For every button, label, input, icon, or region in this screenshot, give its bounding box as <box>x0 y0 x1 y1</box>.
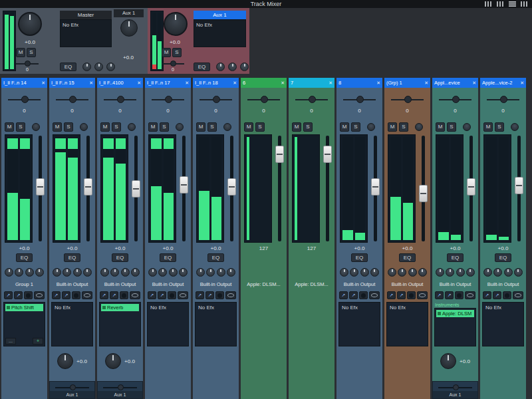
close-icon[interactable]: ✕ <box>137 80 141 86</box>
send-mono-button[interactable] <box>503 291 511 299</box>
knob[interactable] <box>35 268 44 277</box>
send-route-button[interactable]: ↗ <box>387 291 396 299</box>
send-route-button[interactable]: ↗ <box>100 291 108 299</box>
aux-send-knob[interactable] <box>57 353 73 369</box>
knob[interactable] <box>446 268 454 277</box>
master-efx-slot[interactable]: No Efx <box>60 19 112 47</box>
aux-volume-knob[interactable] <box>164 12 188 36</box>
aux-slider-knob[interactable] <box>70 384 76 390</box>
strip-header[interactable]: I_Il F..n 18 ✕ <box>193 78 239 88</box>
menu-icon[interactable] <box>509 1 516 7</box>
record-button[interactable] <box>463 123 471 131</box>
knob[interactable] <box>100 268 109 277</box>
knob[interactable] <box>25 268 34 277</box>
close-icon[interactable]: ✕ <box>329 80 332 86</box>
knob[interactable] <box>408 268 417 277</box>
knob[interactable] <box>53 268 61 277</box>
eq-button[interactable]: EQ <box>399 253 416 262</box>
output-label[interactable]: Built-in Output <box>384 280 430 289</box>
send-stereo-button[interactable] <box>465 291 475 299</box>
output-label[interactable]: Apple: DLSM... <box>241 280 287 289</box>
eq-button[interactable]: EQ <box>112 253 128 262</box>
send-mono-button[interactable] <box>407 291 416 299</box>
send-route-button[interactable]: ↗ <box>148 291 156 299</box>
mute-button[interactable]: M <box>292 122 301 132</box>
close-icon[interactable]: ✕ <box>41 80 45 86</box>
fader-handle[interactable] <box>515 177 523 194</box>
output-label[interactable]: Built-in Output <box>145 280 191 289</box>
efx-active-label[interactable]: Pitch Shift <box>5 304 43 311</box>
pan-knob[interactable] <box>117 96 124 103</box>
knob[interactable] <box>106 63 115 71</box>
record-button[interactable] <box>367 123 375 131</box>
knob[interactable] <box>514 268 523 277</box>
send-route-button[interactable]: ↗ <box>52 291 61 299</box>
mute-button[interactable]: M <box>53 122 62 132</box>
send-route-button-2[interactable]: ↗ <box>397 291 406 299</box>
record-button[interactable] <box>511 123 519 131</box>
knob[interactable] <box>131 268 140 277</box>
knob[interactable] <box>73 268 82 277</box>
send-stereo-button[interactable] <box>225 291 236 299</box>
knob[interactable] <box>483 268 492 277</box>
strip-header[interactable]: I_Il F..n 14 ✕ <box>1 78 47 88</box>
mute-button[interactable]: M <box>162 48 171 57</box>
master-volume-knob[interactable] <box>18 12 42 36</box>
narrow-strips-icon[interactable] <box>485 1 492 7</box>
send-stereo-button[interactable] <box>417 291 428 299</box>
solo-button[interactable]: S <box>495 122 504 132</box>
send-route-button-2[interactable]: ↗ <box>349 291 358 299</box>
knob[interactable] <box>504 268 513 277</box>
send-route-button[interactable]: ↗ <box>435 291 444 299</box>
pan-knob[interactable] <box>213 96 220 103</box>
eq-button[interactable]: EQ <box>207 253 224 262</box>
eq-button[interactable]: EQ <box>16 253 33 262</box>
aux-send-knob[interactable] <box>105 353 121 369</box>
solo-button[interactable]: S <box>399 122 408 132</box>
send-mono-button[interactable] <box>72 291 80 299</box>
strip-header[interactable]: Apple...vice-2 ✕ <box>480 78 526 88</box>
knob[interactable] <box>158 268 167 277</box>
eq-button[interactable]: EQ <box>194 63 210 71</box>
strip-header[interactable]: I_Il F..n 17 ✕ <box>145 78 191 88</box>
efx-slot[interactable]: Pitch Shift ... + <box>3 302 45 346</box>
solo-button[interactable]: S <box>303 122 313 132</box>
pan-knob[interactable] <box>404 96 412 103</box>
knob[interactable] <box>216 63 225 71</box>
solo-button[interactable]: S <box>16 122 25 132</box>
knob[interactable] <box>340 268 348 277</box>
knob[interactable] <box>418 268 427 277</box>
pan-knob[interactable] <box>356 96 364 103</box>
knob[interactable] <box>206 268 215 277</box>
strip-header[interactable]: I_Il F..n 15 ✕ <box>49 78 95 88</box>
mute-button[interactable]: M <box>100 122 110 132</box>
pan-knob[interactable] <box>500 96 507 103</box>
send-mono-button[interactable] <box>168 291 176 299</box>
mute-button[interactable]: M <box>196 122 205 132</box>
send-route-button[interactable]: ↗ <box>4 291 13 299</box>
solo-button[interactable]: S <box>207 122 217 132</box>
send-mono-button[interactable] <box>215 291 224 299</box>
send-route-button-2[interactable]: ↗ <box>445 291 454 299</box>
record-button[interactable] <box>223 123 231 131</box>
send-route-button-2[interactable]: ↗ <box>493 291 501 299</box>
close-icon[interactable]: ✕ <box>281 80 285 86</box>
send-route-button-2[interactable]: ↗ <box>205 291 214 299</box>
pan-knob[interactable] <box>21 96 29 103</box>
output-label[interactable]: Built-in Output <box>480 280 526 289</box>
knob[interactable] <box>94 63 103 71</box>
send-stereo-button[interactable] <box>513 291 523 299</box>
knob[interactable] <box>388 268 396 277</box>
close-icon[interactable]: ✕ <box>89 80 93 86</box>
send-route-button[interactable]: ↗ <box>196 291 204 299</box>
knob[interactable] <box>228 63 237 71</box>
send-route-button-2[interactable]: ↗ <box>14 291 23 299</box>
mute-button[interactable]: M <box>5 122 14 132</box>
strip-header[interactable]: I_Il F..4100 ✕ <box>97 78 143 88</box>
send-mono-button[interactable] <box>120 291 128 299</box>
fader-handle[interactable] <box>371 178 380 196</box>
solo-button[interactable]: S <box>112 122 121 132</box>
fader-handle[interactable] <box>467 178 475 196</box>
mute-button[interactable]: M <box>436 122 445 132</box>
efx-slot[interactable]: No Efx <box>147 302 189 346</box>
